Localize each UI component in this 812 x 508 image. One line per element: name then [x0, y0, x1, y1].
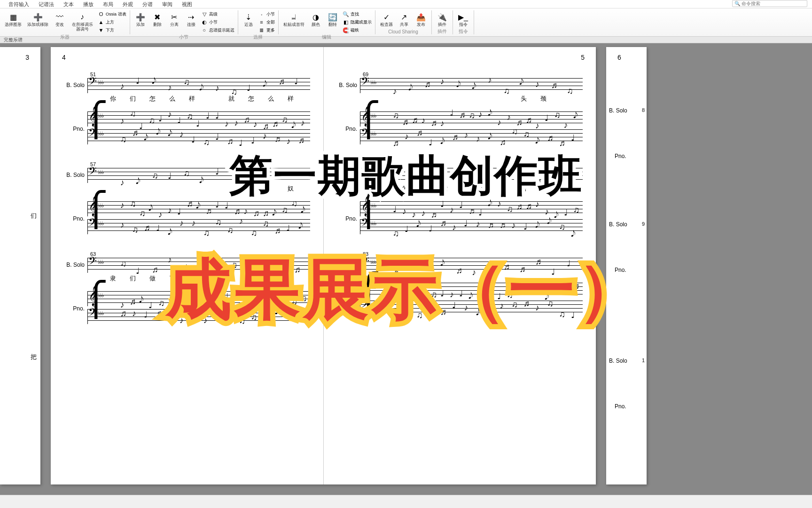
note-glyph: ♫	[184, 169, 190, 177]
ribbon-label: 检查器	[380, 23, 393, 27]
note-glyph: ♪	[464, 131, 468, 139]
ribbon-mini-button[interactable]: ▲上方	[97, 18, 127, 26]
search-input[interactable]	[742, 1, 805, 6]
ribbon-icon: ▶_	[458, 11, 469, 23]
ribbon-mini-button[interactable]: ▽高级	[201, 10, 235, 18]
note-glyph: ♬	[551, 81, 558, 89]
ribbon-button[interactable]: 📤发布	[414, 10, 429, 28]
ribbon-icon: 𝆶	[288, 11, 299, 23]
note-glyph: ♬	[424, 80, 431, 88]
music-system[interactable]: 69B. Solo𝄢♭♭♭♪𝅘𝅥𝅮♬♪𝅘𝅥𝅮𝅘𝅥𝅮♪♫𝅘𝅥𝅮♪♬♫头颈Pno.⎧…	[336, 78, 583, 144]
staff-piano-bass[interactable]: 𝄢♭♭♭♪♫♬♩𝅘𝅥𝅮♪♪♫♫♫♪♫♫♬♩𝅘𝅥𝅮	[87, 219, 310, 234]
ribbon-mini-button[interactable]: ◧隐藏或显示	[342, 18, 372, 26]
note-glyph: ♫	[263, 219, 269, 228]
ribbon-mini-button[interactable]: ≡全部	[258, 18, 275, 26]
page-number: 6	[617, 54, 621, 61]
staff-solo[interactable]: 𝄢♭♭♭♪𝅘𝅥𝅮♬♪𝅘𝅥𝅮𝅘𝅥𝅮♪♫𝅘𝅥𝅮♪♬♫	[360, 78, 583, 93]
ribbon-icon: 📤	[415, 11, 427, 23]
ribbon-button[interactable]: ✓检查器	[378, 10, 395, 28]
note-glyph: ♩	[215, 167, 219, 176]
page-number: 4	[62, 54, 66, 61]
menu-item-6[interactable]: 分谱	[138, 0, 157, 8]
part-label-solo: B. Solo	[609, 357, 627, 364]
part-label-solo: B. Solo	[609, 107, 627, 114]
ribbon-label: 分离	[170, 23, 179, 27]
note-glyph: ♬	[152, 265, 158, 274]
menu-item-5[interactable]: 外观	[118, 0, 138, 8]
page-3[interactable]: 3 们 把	[0, 47, 40, 484]
piano-brace-icon: ⎧	[356, 201, 359, 234]
staff-piano-bass[interactable]: 𝄢♭♭♭♫♬𝅘𝅥𝅮𝅘𝅥𝅮𝅘𝅥𝅮♪♩♫♩♬♩♩♪♬♪♬	[87, 129, 310, 144]
note-glyph: ♪	[168, 83, 172, 92]
note-glyph: ♬	[440, 219, 447, 227]
ribbon-mini-label: 上方	[106, 19, 114, 25]
ribbon-mini-button[interactable]: ≣更多	[258, 26, 275, 34]
ribbon-button[interactable]: ◑颜色	[308, 10, 323, 28]
ribbon-button[interactable]: ✖删除	[150, 10, 165, 28]
key-signature: ♭♭♭	[370, 79, 376, 86]
search-icon: 🔍	[734, 1, 740, 6]
menu-item-8[interactable]: 视图	[177, 0, 197, 8]
page-number: 3	[25, 54, 29, 61]
menu-item-0[interactable]: 音符输入	[4, 0, 34, 8]
ribbon-mini-button[interactable]: ◐小节	[201, 18, 235, 26]
ribbon-button[interactable]: ➕添加或移除	[25, 10, 50, 28]
ribbon-mini-button[interactable]: 𝆹小节	[258, 10, 275, 18]
ribbon-mini-button[interactable]: ▼下方	[97, 26, 127, 34]
score-viewport[interactable]: 3 们 把 4 51B. Solo𝄢♭♭♭♪♩𝅘𝅥𝅮♪♫𝅘𝅥𝅮♪♫♩𝅘𝅥𝅮♬♩你…	[0, 43, 812, 495]
ribbon-mini-icon: ◐	[201, 19, 208, 25]
ribbon-button[interactable]: 🔄翻转	[325, 10, 340, 28]
ribbon-mini-button[interactable]: ○总谱提示延迟	[201, 26, 235, 34]
ribbon-mini-icon: 𝆹	[258, 11, 265, 17]
ribbon-icon: ➕	[135, 11, 146, 23]
ribbon-mini-label: Ossia 谱表	[106, 11, 126, 17]
ribbon-button[interactable]: 〰变改	[52, 10, 67, 28]
ribbon-button[interactable]: ▦选择图形	[3, 10, 23, 28]
lyric-fragment: 们	[31, 212, 37, 220]
note-glyph: ♪	[476, 135, 480, 143]
staff-piano-bass[interactable]: 𝄢♭♭♭♬♪♬♩𝅘𝅥𝅮♬♪♪𝅘𝅥𝅮♬♫♫𝅘𝅥𝅮♬♬♩	[360, 129, 583, 144]
part-label-solo: B. Solo	[335, 82, 357, 88]
music-system[interactable]: 51B. Solo𝄢♭♭♭♪♩𝅘𝅥𝅮♪♫𝅘𝅥𝅮♪♫♩𝅘𝅥𝅮♬♩你们怎么样就怎么样…	[64, 78, 310, 144]
part-label-pno: Pno.	[62, 305, 85, 312]
ribbon-button[interactable]: 𝆶粘贴成首符	[281, 10, 306, 28]
ribbon-label: 添加或移除	[27, 23, 48, 27]
ribbon-button[interactable]: ↗共享	[397, 10, 412, 28]
note-glyph: ♬	[132, 128, 139, 137]
ribbon-button[interactable]: 🔌插件	[435, 10, 450, 28]
staff-solo[interactable]: 𝄢♭♭♭♪♩𝅘𝅥𝅮♪♫𝅘𝅥𝅮♪♫♩𝅘𝅥𝅮♬♩	[87, 78, 310, 93]
note-glyph: ♩	[251, 136, 255, 145]
note-glyph: ♪	[132, 309, 136, 318]
note-glyph: ♬	[412, 116, 418, 124]
ribbon-button[interactable]: ➕添加	[133, 10, 148, 28]
ribbon-mini-button[interactable]: OOssia 谱表	[97, 10, 127, 18]
bass-clef-icon: 𝄢	[88, 256, 97, 269]
ribbon-button[interactable]: ⇣近选	[241, 10, 256, 28]
ribbon-button[interactable]: ♪在所移调乐器调号	[69, 10, 95, 33]
ribbon-mini-icon: ◧	[343, 19, 349, 25]
note-glyph: ♫	[468, 111, 475, 119]
ribbon-group-label: 小节	[133, 34, 235, 40]
menu-item-7[interactable]: 审阅	[157, 0, 177, 8]
ribbon-button[interactable]: ⇢连接	[184, 10, 199, 28]
ribbon-mini-icon: 🔍	[343, 11, 349, 17]
ribbon-button[interactable]: ▶_指令	[456, 10, 471, 28]
ribbon-label: 连接	[187, 23, 195, 27]
menu-item-1[interactable]: 记谱法	[34, 0, 59, 8]
menu-item-3[interactable]: 播放	[78, 0, 98, 8]
ribbon-mini-label: 更多	[266, 27, 275, 33]
ribbon-mini-button[interactable]: 🧲磁铁	[342, 26, 372, 34]
ribbon-button[interactable]: ✂分离	[167, 10, 182, 28]
menu-item-4[interactable]: 布局	[98, 0, 118, 8]
command-search[interactable]: 🔍	[732, 0, 807, 7]
menu-item-2[interactable]: 文本	[59, 0, 78, 8]
key-signature: ♭♭♭	[98, 259, 103, 265]
staff-piano-bass[interactable]: 𝄢♭♭♭♫♩𝅘𝅥𝅮♩♬♪♩♪♬♬♪♩𝅘𝅥𝅮𝅘𝅥𝅮♫𝅘𝅥𝅮	[360, 219, 583, 234]
ribbon-icon: ✖	[152, 11, 163, 23]
ribbon-group-label: Cloud Sharing	[378, 29, 429, 34]
piano-brace-icon: ⎧	[84, 201, 86, 234]
ribbon-mini-button[interactable]: 🔍查找	[342, 10, 372, 18]
note-glyph: ♩	[464, 219, 468, 228]
note-glyph: ♪	[478, 110, 483, 119]
ribbon-icon: 🔌	[437, 11, 448, 23]
